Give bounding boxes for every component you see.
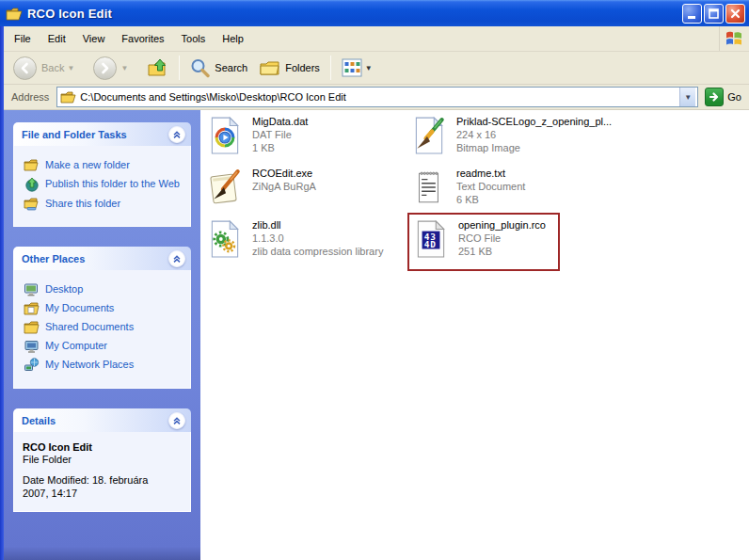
dll-file-icon	[205, 219, 245, 259]
place-desktop[interactable]: Desktop	[24, 283, 184, 296]
panel-body: RCO Icon Edit File Folder Date Modified:…	[13, 432, 191, 512]
details-date-modified: Date Modified: 18. februára 2007, 14:17	[23, 473, 154, 500]
collapse-button[interactable]	[168, 250, 185, 267]
forward-button[interactable]: ▼	[88, 54, 141, 82]
place-label: My Documents	[45, 302, 114, 314]
place-shared-documents[interactable]: Shared Documents	[24, 321, 184, 334]
views-button[interactable]: ▼	[336, 54, 386, 82]
toolbar-separator	[330, 56, 331, 80]
folders-icon	[259, 58, 280, 77]
place-label: My Network Places	[45, 359, 134, 371]
windows-logo	[719, 26, 747, 51]
file-type: RCO File	[458, 232, 546, 245]
file-type: Bitmap Image	[456, 141, 612, 154]
task-publish-to-web[interactable]: Publish this folder to the Web	[24, 178, 184, 192]
file-name: Priklad-SCELogo_z_opening_pl...	[456, 116, 612, 128]
file-size: 251 KB	[458, 245, 546, 258]
place-label: My Computer	[45, 340, 107, 352]
explorer-window: RCO Icon Edit File Edit View Favorites T…	[0, 0, 749, 560]
address-dropdown-button[interactable]: ▼	[679, 88, 695, 106]
search-icon	[190, 58, 210, 78]
panel-body: Desktop My Documents	[13, 270, 191, 389]
file-tile-readme[interactable]: readme.txt Text Document 6 KB	[409, 168, 626, 207]
collapse-button[interactable]	[168, 126, 185, 143]
address-input[interactable]: C:\Documents and Settings\Misko\Desktop\…	[56, 87, 698, 107]
search-button[interactable]: Search	[184, 54, 253, 82]
task-share-folder[interactable]: Share this folder	[24, 198, 184, 211]
svg-text:4D: 4D	[424, 239, 437, 249]
back-button[interactable]: Back ▼	[11, 54, 88, 82]
back-icon	[13, 56, 37, 80]
menu-file[interactable]: File	[6, 29, 40, 48]
details-folder-type: File Folder	[23, 454, 183, 465]
chevron-up-icon	[172, 416, 182, 425]
forward-icon	[93, 56, 117, 80]
file-type: DAT File	[252, 128, 308, 141]
menu-view[interactable]: View	[74, 29, 114, 48]
share-folder-icon	[24, 197, 40, 211]
task-label: Publish this folder to the Web	[45, 178, 180, 190]
panel-other-places: Other Places Desktop	[13, 247, 191, 389]
task-make-new-folder[interactable]: Make a new folder	[24, 159, 184, 172]
minimize-button[interactable]	[682, 4, 702, 24]
file-tile-priklad-bitmap[interactable]: Priklad-SCELogo_z_opening_pl... 224 x 16…	[409, 116, 626, 155]
file-description: ZiNgA BuRgA	[252, 180, 316, 193]
maximize-button[interactable]	[704, 4, 724, 24]
panel-header[interactable]: Details	[13, 408, 191, 432]
file-size: 1 KB	[252, 141, 308, 154]
place-my-computer[interactable]: My Computer	[24, 340, 184, 353]
collapse-button[interactable]	[168, 412, 185, 429]
place-my-documents[interactable]: My Documents	[24, 302, 184, 315]
go-label: Go	[727, 91, 741, 103]
text-file-icon	[409, 168, 449, 207]
search-label: Search	[215, 62, 247, 73]
back-dropdown-icon[interactable]: ▼	[67, 64, 74, 72]
panel-file-folder-tasks: File and Folder Tasks Make a new folder	[13, 122, 191, 227]
close-button[interactable]	[725, 4, 745, 24]
file-tile-opening-plugin[interactable]: 43 4D opening_plugin.rco RCO File 251 KB	[411, 219, 562, 259]
file-name: readme.txt	[456, 168, 525, 180]
details-folder-name: RCO Icon Edit	[23, 441, 183, 453]
menu-favorites[interactable]: Favorites	[113, 29, 172, 48]
publish-web-icon	[24, 177, 40, 192]
place-my-network-places[interactable]: My Network Places	[24, 359, 184, 373]
panel-header[interactable]: File and Folder Tasks	[13, 122, 191, 146]
file-name: zlib.dll	[252, 219, 383, 232]
task-label: Share this folder	[45, 198, 120, 210]
folders-button[interactable]: Folders	[253, 54, 326, 82]
desktop-icon	[24, 282, 40, 296]
views-dropdown-icon[interactable]: ▼	[365, 64, 373, 72]
menu-help[interactable]: Help	[214, 29, 252, 48]
address-label: Address	[11, 91, 49, 103]
forward-dropdown-icon[interactable]: ▼	[120, 64, 128, 72]
application-icon	[205, 168, 245, 207]
address-folder-icon	[60, 90, 76, 104]
go-button[interactable]	[705, 88, 724, 106]
panel-header[interactable]: Other Places	[13, 247, 191, 270]
bitmap-file-icon	[409, 116, 449, 155]
panel-title: File and Folder Tasks	[22, 129, 127, 140]
views-icon	[342, 58, 362, 77]
file-dimensions: 224 x 16	[456, 128, 612, 141]
folder-open-icon	[6, 7, 23, 21]
chevron-up-icon	[172, 130, 182, 139]
file-description: zlib data compression library	[252, 245, 383, 258]
menu-bar: File Edit View Favorites Tools Help	[4, 26, 749, 52]
file-tile-zlib[interactable]: zlib.dll 1.1.3.0 zlib data compression l…	[205, 219, 407, 259]
up-folder-icon	[147, 57, 168, 78]
main-area: File and Folder Tasks Make a new folder	[4, 110, 749, 560]
chevron-up-icon	[172, 254, 182, 264]
file-name: opening_plugin.rco	[458, 219, 546, 232]
menu-tools[interactable]: Tools	[173, 29, 215, 48]
file-list-area[interactable]: MigData.dat DAT File 1 KB Priklad-SCELog…	[200, 110, 749, 560]
file-tile-rcoedit[interactable]: RCOEdit.exe ZiNgA BuRgA	[205, 168, 403, 207]
file-tile-migdata[interactable]: MigData.dat DAT File 1 KB	[205, 116, 403, 155]
panel-details: Details RCO Icon Edit File Folder Date M…	[13, 408, 191, 512]
file-name: MigData.dat	[252, 116, 308, 128]
maximize-icon	[707, 7, 721, 21]
minimize-icon	[685, 7, 699, 21]
back-label: Back	[41, 62, 64, 73]
menu-edit[interactable]: Edit	[40, 29, 74, 48]
up-button[interactable]	[141, 54, 174, 82]
panel-body: Make a new folder Publish this folder to…	[13, 146, 191, 227]
